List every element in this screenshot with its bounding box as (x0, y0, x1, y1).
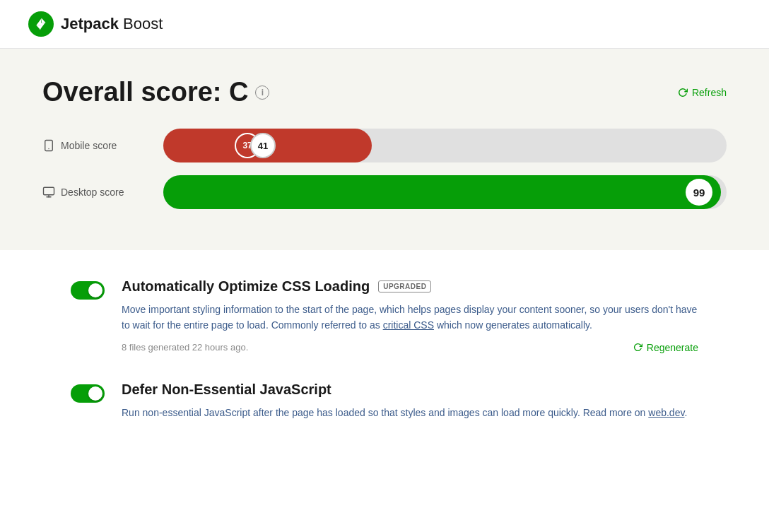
info-icon[interactable]: i (255, 85, 269, 100)
svg-marker-0 (42, 18, 46, 23)
css-loading-content: Automatically Optimize CSS Loading UPGRA… (122, 278, 698, 353)
features-section: Automatically Optimize CSS Loading UPGRA… (0, 250, 769, 485)
regenerate-button[interactable]: Regenerate (633, 342, 698, 353)
mobile-score-label: Mobile score (42, 139, 152, 152)
refresh-button[interactable]: Refresh (678, 87, 727, 98)
mobile-bar-fill: 37 41 (163, 129, 372, 162)
svg-rect-3 (45, 141, 53, 151)
css-loading-description: Move important styling information to th… (122, 302, 698, 333)
mobile-score-outer-badge: 41 (250, 133, 276, 158)
mobile-score-row: Mobile score 37 41 (42, 129, 727, 162)
app-header: Jetpack Boost (0, 0, 769, 49)
jetpack-logo-icon (28, 11, 54, 37)
svg-rect-5 (44, 187, 54, 195)
defer-js-content: Defer Non-Essential JavaScript Run non-e… (122, 382, 698, 429)
css-loading-meta: 8 files generated 22 hours ago. Regenera… (122, 342, 698, 353)
mobile-icon (42, 139, 55, 152)
css-loading-feature: Automatically Optimize CSS Loading UPGRA… (71, 278, 698, 353)
desktop-score-badge: 99 (686, 179, 712, 206)
desktop-score-row: Desktop score 99 (42, 175, 727, 209)
refresh-icon (678, 88, 688, 97)
desktop-icon (42, 186, 55, 199)
desktop-score-bar: 99 (163, 175, 727, 209)
defer-js-title: Defer Non-Essential JavaScript (122, 382, 331, 398)
defer-js-title-row: Defer Non-Essential JavaScript (122, 382, 698, 398)
regenerate-icon (633, 343, 642, 352)
score-header: Overall score: C i Refresh (42, 77, 727, 107)
score-title-text: Overall score: C (42, 77, 248, 107)
webdev-link[interactable]: web.dev (648, 407, 684, 418)
overall-score-title: Overall score: C i (42, 77, 269, 107)
defer-js-feature: Defer Non-Essential JavaScript Run non-e… (71, 382, 698, 429)
score-section: Overall score: C i Refresh Mobile score (0, 49, 769, 250)
css-loading-title: Automatically Optimize CSS Loading (122, 278, 370, 295)
css-loading-title-row: Automatically Optimize CSS Loading UPGRA… (122, 278, 698, 295)
defer-js-description: Run non-essential JavaScript after the p… (122, 405, 698, 420)
app-title: Jetpack Boost (61, 15, 163, 33)
mobile-score-bar: 37 41 (163, 129, 727, 162)
css-loading-status: 8 files generated 22 hours ago. (122, 342, 248, 353)
upgraded-badge: UPGRADED (378, 280, 431, 292)
desktop-bar-fill: 99 (163, 175, 721, 209)
svg-marker-1 (36, 25, 40, 30)
critical-css-link[interactable]: critical CSS (383, 319, 434, 331)
css-loading-toggle[interactable] (71, 281, 105, 300)
defer-js-toggle[interactable] (71, 384, 105, 403)
desktop-score-label: Desktop score (42, 186, 152, 199)
